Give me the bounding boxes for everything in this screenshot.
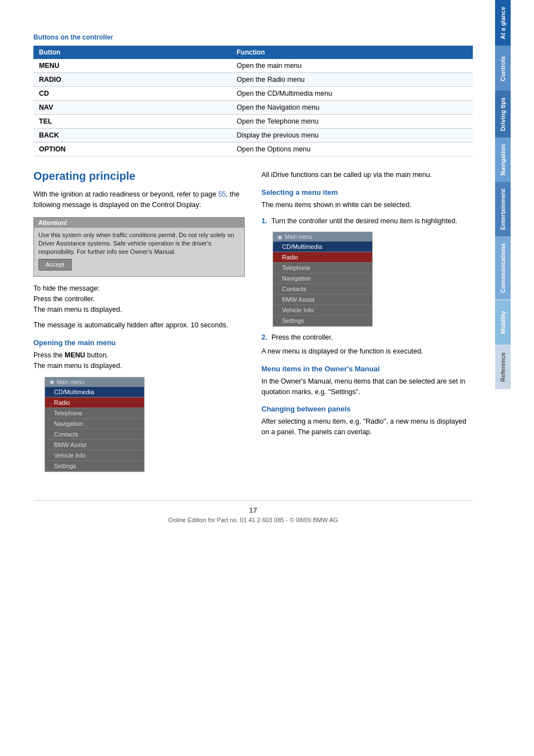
main-content: Buttons on the controller Button Functio… [0,0,495,756]
menu-item: Contacts [45,429,144,440]
operating-section: Operating principle With the ignition at… [33,170,473,478]
function-cell: Display the previous menu [231,129,473,143]
attention-box: Attention! Use this system only when tra… [33,217,245,277]
sidebar-tab-reference[interactable]: Reference [495,345,511,389]
right-sidebar: At a glanceControlsDriving tipsNavigatio… [495,0,534,756]
attention-body: Use this system only when traffic condit… [34,228,244,277]
intro-paragraph: With the ignition at radio readiness or … [33,189,245,210]
menu-item: Contacts [273,284,372,294]
sidebar-tab-entertainment[interactable]: Entertainment [495,182,511,237]
buttons-table: Button Function MENUOpen the main menuRA… [33,46,473,156]
owners-manual-text: In the Owner's Manual, menu items that c… [261,376,473,397]
menu-item: Vehicle Info [45,450,144,461]
main-menu-mock-left: ▣ Main menu CD/MultimediaRadioTelephoneN… [44,377,245,472]
accept-button[interactable]: Accept [38,259,72,271]
page-container: Buttons on the controller Button Functio… [0,0,534,756]
page-ref-link[interactable]: 55 [218,190,226,198]
main-menu-mock-right: ▣ Main menu CD/MultimediaRadioTelephoneN… [273,232,473,327]
menu-item: Telephone [273,263,372,273]
button-cell: CD [33,87,231,101]
opening-text: Press the MENU button. The main menu is … [33,350,245,371]
hide-msg-text: To hide the message: Press the controlle… [33,283,245,315]
col-header-function: Function [231,46,473,59]
menu-item: Radio [273,252,372,263]
selecting-menu-title: Selecting a menu item [261,188,473,197]
menu-item: Vehicle Info [273,305,372,316]
col-header-button: Button [33,46,231,59]
button-cell: TEL [33,115,231,129]
changing-text: After selecting a menu item, e.g. "Radio… [261,416,473,438]
sidebar-tab-driving-tips[interactable]: Driving tips [495,91,511,138]
function-cell: Open the main menu [231,59,473,73]
attention-header: Attention! [34,218,244,228]
opening-main-menu-title: Opening the main menu [33,338,245,347]
auto-hide-text: The message is automatically hidden afte… [33,320,245,331]
menu-mock-header: ▣ Main menu [45,377,144,387]
function-cell: Open the CD/Multimedia menu [231,87,473,101]
sidebar-tab-communications[interactable]: Communications [495,237,511,300]
sidebar-tab-navigation[interactable]: Navigation [495,138,511,182]
table-row: MENUOpen the main menu [33,59,473,73]
menu-item: BMW Assist [45,440,144,450]
menu-item: BMW Assist [273,294,372,305]
button-cell: NAV [33,101,231,115]
sidebar-tab-at-a-glance[interactable]: At a glance [495,0,511,46]
menu-item: Telephone [45,408,144,419]
sidebar-tab-controls[interactable]: Controls [495,46,511,91]
menu-item: Navigation [45,419,144,429]
menu-item: Navigation [273,273,372,284]
table-row: CDOpen the CD/Multimedia menu [33,87,473,101]
result-text: A new menu is displayed or the function … [261,346,473,357]
table-row: NAVOpen the Navigation menu [33,101,473,115]
table-row: BACKDisplay the previous menu [33,129,473,143]
page-footer: 17 Online Edition for Part no. 01 41 2 6… [33,500,473,523]
step-1: 1. Turn the controller until the desired… [261,216,473,227]
menu-item: CD/Multimedia [273,242,372,252]
sidebar-tab-mobility[interactable]: Mobility [495,300,511,345]
menu-item: Settings [45,461,144,472]
selecting-text: The menu items shown in white can be sel… [261,200,473,210]
function-cell: Open the Options menu [231,143,473,156]
right-intro-text: All iDrive functions can be called up vi… [261,170,473,180]
table-row: TELOpen the Telephone menu [33,115,473,129]
step-2: 2. Press the controller. [261,332,473,343]
button-cell: OPTION [33,143,231,156]
right-column: All iDrive functions can be called up vi… [261,170,473,478]
menu-item: Settings [273,316,372,326]
button-cell: MENU [33,59,231,73]
buttons-section: Buttons on the controller Button Functio… [33,33,473,156]
left-column: Operating principle With the ignition at… [33,170,245,478]
menu-mock-header-right: ▣ Main menu [273,232,372,242]
menu-item: CD/Multimedia [45,387,144,397]
function-cell: Open the Telephone menu [231,115,473,129]
footer-text: Online Edition for Part no. 01 41 2 603 … [168,517,338,523]
button-cell: RADIO [33,73,231,87]
button-cell: BACK [33,129,231,143]
table-row: OPTIONOpen the Options menu [33,143,473,156]
buttons-section-title: Buttons on the controller [33,33,473,41]
function-cell: Open the Navigation menu [231,101,473,115]
table-row: RADIOOpen the Radio menu [33,73,473,87]
changing-panels-title: Changing between panels [261,405,473,413]
operating-title: Operating principle [33,170,245,183]
function-cell: Open the Radio menu [231,73,473,87]
owners-manual-title: Menu items in the Owner's Manual [261,365,473,373]
page-number: 17 [33,506,473,514]
menu-item: Radio [45,397,144,408]
